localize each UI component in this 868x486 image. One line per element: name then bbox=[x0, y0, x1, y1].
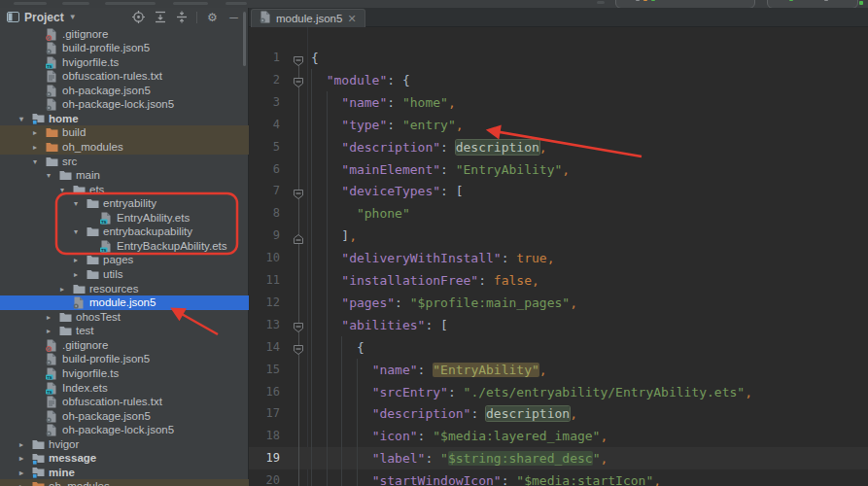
tree-item-oh-package-json5[interactable]: oh-package.json5 bbox=[0, 84, 249, 98]
tree-item-oh-modules[interactable]: ▸oh_modules bbox=[0, 140, 249, 155]
code-line-4[interactable]: "type": "entry", bbox=[311, 114, 464, 136]
chevron-down-icon[interactable]: ▾ bbox=[74, 225, 87, 239]
close-tab-icon[interactable]: ✕ bbox=[347, 14, 356, 24]
code-line-3[interactable]: "name": "home", bbox=[311, 91, 456, 114]
fold-collapse-icon[interactable] bbox=[293, 186, 304, 197]
git-file-icon bbox=[46, 339, 58, 352]
tree-item-oh-package-json5[interactable]: oh-package.json5 bbox=[0, 409, 249, 424]
chevron-right-icon[interactable]: ▸ bbox=[60, 282, 73, 296]
locate-icon[interactable] bbox=[132, 11, 145, 23]
chevron-right-icon[interactable]: ▸ bbox=[74, 253, 87, 267]
tree-item-build-profile-json5[interactable]: build-profile.json5 bbox=[0, 41, 249, 55]
chevron-right-icon[interactable]: ▸ bbox=[47, 324, 59, 338]
tree-item-oh-package-lock-json5[interactable]: oh-package-lock.json5 bbox=[0, 97, 249, 112]
code-token: : bbox=[387, 95, 402, 110]
code-line-14[interactable]: { bbox=[311, 336, 365, 359]
fold-collapse-icon[interactable] bbox=[293, 74, 304, 86]
tree-item-hvigorfile-ts[interactable]: TShvigorfile.ts bbox=[0, 55, 249, 70]
device-selector-widget[interactable] bbox=[615, 0, 755, 8]
code-line-18[interactable]: "icon": "$media:layered_image", bbox=[311, 425, 608, 447]
panel-title-chevron-icon[interactable]: ▼ bbox=[69, 13, 77, 21]
tree-item-build[interactable]: ▸build bbox=[0, 125, 249, 140]
tree-item-home[interactable]: ▾home bbox=[0, 112, 249, 126]
tree-item-mine[interactable]: ▸mine bbox=[0, 466, 249, 480]
tree-item-utils[interactable]: ▸utils bbox=[0, 267, 249, 282]
tree-item-hvigor[interactable]: ▸hvigor bbox=[0, 437, 249, 452]
chevron-down-icon[interactable]: ▾ bbox=[47, 168, 59, 183]
tree-item-pages[interactable]: ▸pages bbox=[0, 253, 249, 267]
expand-all-icon[interactable] bbox=[154, 11, 166, 23]
chevron-down-icon[interactable]: ▾ bbox=[19, 112, 32, 126]
code-line-6[interactable]: "mainElement": "EntryAbility", bbox=[311, 158, 570, 181]
settings-icon[interactable]: ⚙ bbox=[206, 11, 219, 23]
tree-item-index-ets[interactable]: TSIndex.ets bbox=[0, 381, 249, 396]
tree-item-src[interactable]: ▾src bbox=[0, 155, 249, 169]
tree-item--gitignore[interactable]: .gitignore bbox=[0, 27, 249, 42]
json5-file-icon bbox=[46, 410, 58, 423]
chevron-right-icon[interactable]: ▸ bbox=[19, 451, 32, 466]
project-tool-window: Project ▼ ⚙ ─ .gitignore build-profile.j bbox=[0, 8, 249, 486]
chevron-right-icon[interactable]: ▸ bbox=[19, 479, 32, 486]
tree-item-entrybackupability-ets[interactable]: TSEntryBackupAbility.ets bbox=[0, 239, 249, 254]
tree-item-obfuscation-rules-txt[interactable]: obfuscation-rules.txt bbox=[0, 395, 249, 409]
tree-item-entrybackupability[interactable]: ▾entrybackupability bbox=[0, 225, 249, 239]
code-editor[interactable]: 1{2 "module": {3 "name": "home",4 "type"… bbox=[249, 27, 868, 486]
toolbar-remnant bbox=[226, 2, 247, 5]
run-configuration-widget[interactable] bbox=[767, 0, 858, 8]
tree-item-test[interactable]: ▸test bbox=[0, 324, 249, 338]
line-number: 7 bbox=[249, 180, 280, 202]
tree-item-ets[interactable]: ▾ets bbox=[0, 183, 249, 197]
tree-item-obfuscation-rules-txt[interactable]: obfuscation-rules.txt bbox=[0, 69, 249, 84]
chevron-right-icon[interactable]: ▸ bbox=[33, 140, 46, 155]
fold-collapse-icon[interactable] bbox=[293, 319, 304, 330]
collapse-all-icon[interactable] bbox=[175, 11, 188, 23]
tree-item-oh-package-lock-json5[interactable]: oh-package-lock.json5 bbox=[0, 423, 249, 437]
txt-file-icon bbox=[46, 396, 58, 408]
tree-item--gitignore[interactable]: .gitignore bbox=[0, 338, 249, 353]
chevron-right-icon[interactable]: ▸ bbox=[19, 466, 32, 480]
tab-module-json5[interactable]: module.json5 ✕ bbox=[251, 9, 365, 27]
code-line-1[interactable]: { bbox=[311, 47, 319, 69]
tree-item-entryability-ets[interactable]: TSEntryAbility.ets bbox=[0, 211, 249, 226]
tree-item-hvigorfile-ts[interactable]: TShvigorfile.ts bbox=[0, 366, 249, 381]
fold-collapse-icon[interactable] bbox=[293, 341, 304, 353]
chevron-right-icon[interactable]: ▸ bbox=[74, 267, 87, 282]
code-line-19[interactable]: "label": "$string:shared_desc", bbox=[311, 447, 608, 469]
code-line-8[interactable]: "phone" bbox=[311, 202, 410, 225]
code-line-17[interactable]: "description": description, bbox=[311, 402, 577, 425]
chevron-down-icon[interactable]: ▾ bbox=[60, 183, 73, 197]
folder-icon bbox=[87, 197, 99, 210]
chevron-right-icon[interactable]: ▸ bbox=[47, 310, 59, 325]
code-line-16[interactable]: "srcEntry": "./ets/entryability/EntryAbi… bbox=[311, 381, 752, 403]
tree-item-oh-modules[interactable]: ▸oh_modules bbox=[0, 479, 249, 486]
chevron-right-icon[interactable]: ▸ bbox=[19, 437, 32, 452]
chevron-down-icon[interactable]: ▾ bbox=[74, 196, 87, 211]
tree-item-message[interactable]: ▸message bbox=[0, 451, 249, 466]
code-line-2[interactable]: "module": { bbox=[311, 69, 410, 91]
fold-end-icon[interactable] bbox=[293, 230, 304, 242]
code-line-5[interactable]: "description": description, bbox=[311, 136, 547, 158]
tree-item-label: mine bbox=[49, 466, 75, 480]
tree-item-module-json5[interactable]: module.json5 bbox=[0, 295, 249, 310]
tree-item-main[interactable]: ▾main bbox=[0, 168, 249, 183]
code-token: , bbox=[448, 95, 456, 110]
code-line-20[interactable]: "startWindowIcon": "$media:startIcon", bbox=[311, 469, 661, 486]
svg-text:TS: TS bbox=[101, 247, 107, 252]
code-line-15[interactable]: "name": "EntryAbility", bbox=[311, 359, 547, 381]
code-line-13[interactable]: "abilities": [ bbox=[311, 314, 448, 336]
code-line-9[interactable]: ], bbox=[311, 225, 357, 247]
chevron-down-icon[interactable]: ▾ bbox=[33, 155, 46, 169]
tree-item-build-profile-json5[interactable]: build-profile.json5 bbox=[0, 352, 249, 366]
project-tree: .gitignore build-profile.json5 TShvigorf… bbox=[0, 26, 249, 486]
code-line-11[interactable]: "installationFree": false, bbox=[311, 269, 539, 292]
code-line-12[interactable]: "pages": "$profile:main_pages", bbox=[311, 292, 577, 314]
tree-item-entryability[interactable]: ▾entryability bbox=[0, 196, 249, 211]
fold-collapse-icon[interactable] bbox=[293, 52, 304, 64]
hide-panel-icon[interactable]: ─ bbox=[227, 11, 240, 23]
tree-scrollbar-thumb[interactable] bbox=[243, 12, 246, 66]
code-line-7[interactable]: "deviceTypes": [ bbox=[311, 180, 464, 202]
tree-item-resources[interactable]: ▸resources bbox=[0, 282, 249, 296]
chevron-right-icon[interactable]: ▸ bbox=[33, 125, 46, 140]
tree-item-ohostest[interactable]: ▸ohosTest bbox=[0, 310, 249, 325]
code-line-10[interactable]: "deliveryWithInstall": true, bbox=[311, 247, 554, 269]
